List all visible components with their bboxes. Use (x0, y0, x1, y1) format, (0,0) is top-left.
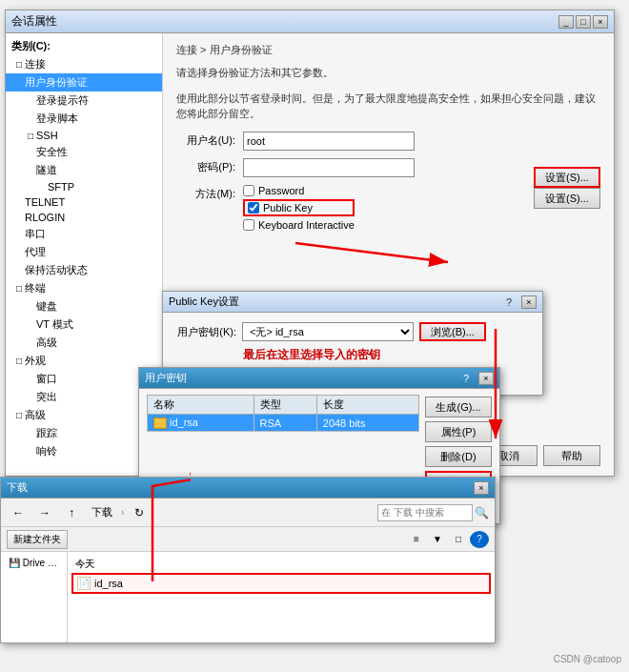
sidebar-item-proxy[interactable]: 代理 (6, 243, 162, 261)
minimize-btn[interactable]: _ (558, 15, 574, 29)
sidebar-item-keyboard[interactable]: 键盘 (6, 297, 162, 316)
close-btn[interactable]: × (593, 15, 608, 29)
method-keyboard-option[interactable]: Keyboard Interactive (243, 219, 355, 231)
fb-grid-view-btn[interactable]: □ (449, 531, 468, 548)
method-publickey-option[interactable]: Public Key (243, 199, 355, 216)
uk-cell-name: id_rsa (148, 415, 254, 432)
fb-content: 今天 📄 id_rsa (68, 552, 495, 642)
method-publickey-label: Public Key (263, 202, 313, 214)
fb-toolbar2: 新建文件夹 ≡ ▼ □ ? (1, 527, 495, 552)
pubkey-key-label: 用户密钥(K): (174, 325, 236, 339)
table-row[interactable]: id_rsa RSA 2048 bits (148, 415, 419, 432)
sidebar-item-auth[interactable]: 用户身份验证 (6, 73, 162, 92)
method-password-option[interactable]: Password (243, 185, 355, 196)
sidebar-item-rlogin[interactable]: RLOGIN (6, 210, 162, 225)
sidebar-item-tunnel[interactable]: 隧道 (6, 161, 162, 179)
fb-sidebar: 💾 Drive - Pe (1, 552, 68, 642)
pubkey-close[interactable]: × (521, 295, 537, 309)
fb-title: 下载 (7, 480, 28, 495)
key-icon (153, 417, 167, 429)
method-options: Password Public Key Keyboard Interactive (243, 185, 355, 231)
pubkey-browse-btn[interactable]: 浏览(B)... (419, 322, 486, 341)
username-input[interactable] (243, 132, 415, 151)
fb-sidebar-drive[interactable]: 💾 Drive - Pe (5, 556, 63, 570)
pubkey-browse-label: 浏览(B)... (431, 325, 475, 339)
fb-body: 💾 Drive - Pe 今天 📄 id_rsa (1, 552, 495, 642)
method-publickey-checkbox[interactable] (248, 202, 259, 214)
userkey-help[interactable]: ? (463, 373, 469, 384)
help-btn[interactable]: 帮助 (543, 445, 600, 466)
breadcrumb: 连接 > 用户身份验证 (176, 43, 600, 57)
pubkey-body: 用户密钥(K): <无> id_rsa 浏览(B)... 最后在这里选择导入的密… (163, 313, 542, 373)
pubkey-help[interactable]: ? (506, 296, 512, 308)
fb-search-input[interactable] (377, 504, 473, 521)
sidebar-item-serial[interactable]: 串口 (6, 225, 162, 243)
delete-btn[interactable]: 删除(D) (425, 446, 492, 467)
fb-file-idrsa[interactable]: 📄 id_rsa (71, 573, 491, 594)
sidebar-item-login-prompt[interactable]: 登录提示符 (6, 92, 162, 110)
uk-col-type: 类型 (254, 396, 316, 415)
fb-titlebar: 下载 × (1, 478, 495, 499)
title-buttons: _ □ × (558, 15, 608, 29)
username-label: 用户名(U): (176, 133, 243, 148)
fb-new-folder-btn[interactable]: 新建文件夹 (7, 530, 68, 549)
sidebar-item-sftp[interactable]: SFTP (6, 179, 162, 194)
sidebar-item-terminal[interactable]: □终端 (6, 279, 162, 297)
maximize-btn[interactable]: □ (576, 15, 591, 29)
sidebar-item-login-script[interactable]: 登录脚本 (6, 110, 162, 128)
expander-terminal: □ (13, 283, 25, 294)
pubkey-titlebar: Public Key设置 ? × (163, 292, 542, 313)
username-row: 用户名(U): (176, 132, 600, 151)
properties-btn[interactable]: 属性(P) (425, 421, 492, 442)
sidebar-item-telnet[interactable]: TELNET (6, 194, 162, 210)
fb-help-btn[interactable]: ? (470, 531, 489, 548)
fb-view-dropdown-btn[interactable]: ▼ (428, 531, 447, 548)
sidebar-item-security[interactable]: 安全性 (6, 143, 162, 161)
expander-advanced: □ (13, 410, 25, 420)
password-input[interactable] (243, 158, 415, 177)
fb-file-name: id_rsa (94, 578, 123, 589)
settings-btn2[interactable]: 设置(S)... (534, 188, 600, 209)
fb-file-icon: 📄 (77, 577, 91, 590)
filebrowser-dialog: 下载 × ← → ↑ 下载 › ↻ 🔍 新建文件夹 ≡ ▼ □ ? 💾 Driv… (0, 477, 496, 643)
pubkey-hint: 最后在这里选择导入的密钥 (243, 347, 531, 363)
method-label: 方法(M): (176, 185, 243, 201)
watermark: CSDN @catoop (554, 654, 621, 664)
desc1: 请选择身份验证方法和其它参数。 (176, 65, 600, 81)
sidebar-category-label: 类别(C): (6, 37, 162, 55)
fb-search-icon: 🔍 (475, 506, 489, 519)
method-keyboard-label: Keyboard Interactive (258, 219, 355, 231)
main-dialog-titlebar: 会话属性 _ □ × (6, 10, 614, 33)
fb-view-btns: ≡ ▼ □ ? (407, 531, 489, 548)
fb-forward-btn[interactable]: → (33, 502, 56, 523)
userkey-close[interactable]: × (478, 372, 494, 385)
userkey-title: 用户密钥 (145, 371, 187, 385)
pubkey-title: Public Key设置 (169, 295, 239, 309)
fb-back-btn[interactable]: ← (7, 502, 30, 523)
expander-connection: □ (13, 59, 25, 70)
settings-btn[interactable]: 设置(S)... (534, 167, 600, 188)
sidebar-item-ssh[interactable]: □SSH (6, 128, 162, 143)
settings-btn-label: 设置(S)... (545, 171, 589, 185)
uk-col-name: 名称 (148, 396, 254, 415)
fb-list-view-btn[interactable]: ≡ (407, 531, 426, 548)
pubkey-key-select[interactable]: <无> id_rsa (242, 322, 414, 341)
uk-cell-length: 2048 bits (316, 415, 418, 432)
sidebar-item-keepalive[interactable]: 保持活动状态 (6, 261, 162, 279)
uk-col-length: 长度 (316, 396, 418, 415)
generate-btn[interactable]: 生成(G)... (425, 397, 492, 417)
userkey-table: 名称 类型 长度 id_rsa RSA 2048 bits (147, 395, 419, 432)
sidebar-item-connection[interactable]: □连接 (6, 55, 162, 73)
settings-btn2-label: 设置(S)... (545, 192, 589, 206)
fb-download-path[interactable]: 下载 (87, 503, 117, 521)
sidebar-item-advanced-terminal[interactable]: 高级 (6, 334, 162, 352)
method-password-checkbox[interactable] (243, 185, 254, 196)
sidebar-item-vt-mode[interactable]: VT 模式 (6, 316, 162, 334)
password-label: 密码(P): (176, 160, 243, 174)
method-keyboard-checkbox[interactable] (243, 219, 254, 231)
fb-close[interactable]: × (474, 481, 489, 495)
fb-up-btn[interactable]: ↑ (60, 502, 83, 523)
fb-refresh-btn[interactable]: ↻ (128, 502, 151, 523)
expander-ssh: □ (25, 131, 36, 141)
uk-cell-type: RSA (254, 415, 316, 432)
